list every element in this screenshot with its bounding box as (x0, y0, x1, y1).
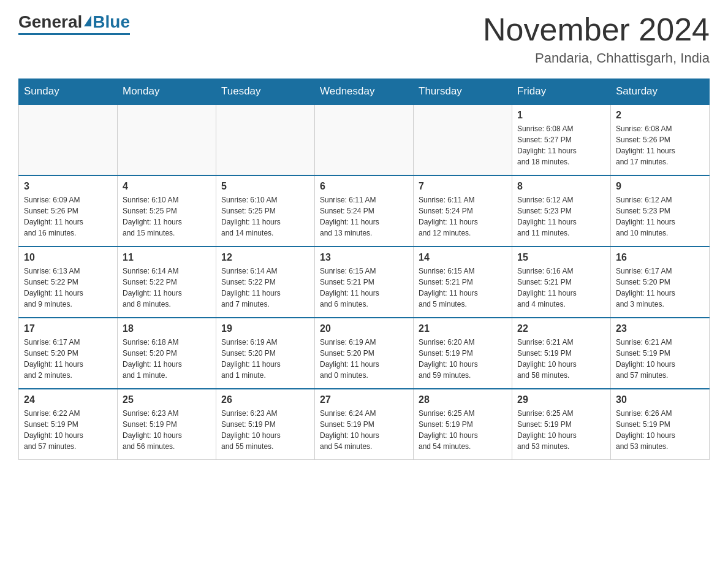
title-section: November 2024 Pandaria, Chhattisgarh, In… (483, 12, 710, 66)
calendar-cell: 17Sunrise: 6:17 AMSunset: 5:20 PMDayligh… (19, 318, 118, 389)
day-number: 2 (616, 110, 704, 121)
calendar-cell: 15Sunrise: 6:16 AMSunset: 5:21 PMDayligh… (512, 247, 611, 318)
calendar-cell (315, 104, 414, 175)
day-info: Sunrise: 6:08 AMSunset: 5:27 PMDaylight:… (517, 123, 605, 167)
day-number: 30 (616, 394, 704, 405)
week-row-2: 3Sunrise: 6:09 AMSunset: 5:26 PMDaylight… (19, 175, 710, 247)
day-info: Sunrise: 6:12 AMSunset: 5:23 PMDaylight:… (616, 194, 704, 239)
calendar-cell (414, 104, 512, 175)
weekday-header-saturday: Saturday (611, 79, 710, 105)
day-number: 7 (419, 181, 507, 192)
week-row-1: 1Sunrise: 6:08 AMSunset: 5:27 PMDaylight… (19, 104, 710, 175)
calendar-cell: 22Sunrise: 6:21 AMSunset: 5:19 PMDayligh… (512, 318, 611, 389)
day-number: 29 (517, 394, 605, 405)
day-info: Sunrise: 6:21 AMSunset: 5:19 PMDaylight:… (517, 337, 605, 381)
day-number: 13 (320, 252, 408, 263)
day-info: Sunrise: 6:26 AMSunset: 5:19 PMDaylight:… (616, 408, 704, 452)
day-info: Sunrise: 6:17 AMSunset: 5:20 PMDaylight:… (24, 337, 112, 381)
weekday-header-row: SundayMondayTuesdayWednesdayThursdayFrid… (19, 79, 710, 105)
day-info: Sunrise: 6:19 AMSunset: 5:20 PMDaylight:… (221, 337, 309, 381)
week-row-5: 24Sunrise: 6:22 AMSunset: 5:19 PMDayligh… (19, 389, 710, 460)
calendar-cell: 18Sunrise: 6:18 AMSunset: 5:20 PMDayligh… (118, 318, 216, 389)
calendar-table: SundayMondayTuesdayWednesdayThursdayFrid… (18, 79, 710, 460)
calendar-cell: 9Sunrise: 6:12 AMSunset: 5:23 PMDaylight… (611, 175, 710, 247)
day-info: Sunrise: 6:18 AMSunset: 5:20 PMDaylight:… (123, 337, 211, 381)
day-number: 4 (123, 181, 211, 192)
calendar-cell: 29Sunrise: 6:25 AMSunset: 5:19 PMDayligh… (512, 389, 611, 460)
day-info: Sunrise: 6:17 AMSunset: 5:20 PMDaylight:… (616, 266, 704, 310)
location-title: Pandaria, Chhattisgarh, India (483, 50, 710, 66)
day-info: Sunrise: 6:20 AMSunset: 5:19 PMDaylight:… (419, 337, 507, 381)
logo-blue-text: Blue (93, 12, 130, 32)
logo: General Blue (18, 12, 130, 35)
day-number: 23 (616, 323, 704, 334)
calendar-cell: 1Sunrise: 6:08 AMSunset: 5:27 PMDaylight… (512, 104, 611, 175)
calendar-cell: 6Sunrise: 6:11 AMSunset: 5:24 PMDaylight… (315, 175, 414, 247)
calendar-cell: 24Sunrise: 6:22 AMSunset: 5:19 PMDayligh… (19, 389, 118, 460)
day-info: Sunrise: 6:12 AMSunset: 5:23 PMDaylight:… (517, 194, 605, 239)
day-info: Sunrise: 6:24 AMSunset: 5:19 PMDaylight:… (320, 408, 408, 452)
day-number: 22 (517, 323, 605, 334)
weekday-header-tuesday: Tuesday (216, 79, 315, 105)
calendar-cell: 16Sunrise: 6:17 AMSunset: 5:20 PMDayligh… (611, 247, 710, 318)
day-info: Sunrise: 6:08 AMSunset: 5:26 PMDaylight:… (616, 123, 704, 167)
day-info: Sunrise: 6:25 AMSunset: 5:19 PMDaylight:… (419, 408, 507, 452)
day-number: 1 (517, 110, 605, 121)
calendar-cell: 21Sunrise: 6:20 AMSunset: 5:19 PMDayligh… (414, 318, 512, 389)
day-number: 25 (123, 394, 211, 405)
day-info: Sunrise: 6:15 AMSunset: 5:21 PMDaylight:… (320, 266, 408, 310)
logo-general-text: General (18, 12, 82, 32)
calendar-cell: 19Sunrise: 6:19 AMSunset: 5:20 PMDayligh… (216, 318, 315, 389)
day-number: 9 (616, 181, 704, 192)
day-number: 3 (24, 181, 112, 192)
weekday-header-thursday: Thursday (414, 79, 512, 105)
day-info: Sunrise: 6:09 AMSunset: 5:26 PMDaylight:… (24, 194, 112, 239)
calendar-cell: 10Sunrise: 6:13 AMSunset: 5:22 PMDayligh… (19, 247, 118, 318)
calendar-cell: 28Sunrise: 6:25 AMSunset: 5:19 PMDayligh… (414, 389, 512, 460)
weekday-header-friday: Friday (512, 79, 611, 105)
day-info: Sunrise: 6:23 AMSunset: 5:19 PMDaylight:… (221, 408, 309, 452)
month-title: November 2024 (483, 12, 710, 47)
day-info: Sunrise: 6:19 AMSunset: 5:20 PMDaylight:… (320, 337, 408, 381)
logo-underline (18, 33, 130, 35)
calendar-cell: 3Sunrise: 6:09 AMSunset: 5:26 PMDaylight… (19, 175, 118, 247)
day-number: 21 (419, 323, 507, 334)
day-number: 11 (123, 252, 211, 263)
calendar-cell: 5Sunrise: 6:10 AMSunset: 5:25 PMDaylight… (216, 175, 315, 247)
day-info: Sunrise: 6:16 AMSunset: 5:21 PMDaylight:… (517, 266, 605, 310)
logo-triangle-icon (84, 15, 91, 26)
day-info: Sunrise: 6:11 AMSunset: 5:24 PMDaylight:… (419, 194, 507, 239)
day-number: 10 (24, 252, 112, 263)
weekday-header-sunday: Sunday (19, 79, 118, 105)
day-info: Sunrise: 6:14 AMSunset: 5:22 PMDaylight:… (123, 266, 211, 310)
calendar-cell: 4Sunrise: 6:10 AMSunset: 5:25 PMDaylight… (118, 175, 216, 247)
calendar-cell: 8Sunrise: 6:12 AMSunset: 5:23 PMDaylight… (512, 175, 611, 247)
day-info: Sunrise: 6:15 AMSunset: 5:21 PMDaylight:… (419, 266, 507, 310)
day-info: Sunrise: 6:14 AMSunset: 5:22 PMDaylight:… (221, 266, 309, 310)
week-row-3: 10Sunrise: 6:13 AMSunset: 5:22 PMDayligh… (19, 247, 710, 318)
calendar-cell: 12Sunrise: 6:14 AMSunset: 5:22 PMDayligh… (216, 247, 315, 318)
calendar-cell: 11Sunrise: 6:14 AMSunset: 5:22 PMDayligh… (118, 247, 216, 318)
day-number: 12 (221, 252, 309, 263)
day-number: 24 (24, 394, 112, 405)
page-header: General Blue November 2024 Pandaria, Chh… (18, 12, 710, 66)
day-info: Sunrise: 6:22 AMSunset: 5:19 PMDaylight:… (24, 408, 112, 452)
day-number: 17 (24, 323, 112, 334)
calendar-cell (118, 104, 216, 175)
day-number: 16 (616, 252, 704, 263)
day-info: Sunrise: 6:10 AMSunset: 5:25 PMDaylight:… (221, 194, 309, 239)
day-number: 20 (320, 323, 408, 334)
calendar-cell: 7Sunrise: 6:11 AMSunset: 5:24 PMDaylight… (414, 175, 512, 247)
day-number: 19 (221, 323, 309, 334)
week-row-4: 17Sunrise: 6:17 AMSunset: 5:20 PMDayligh… (19, 318, 710, 389)
calendar-cell: 30Sunrise: 6:26 AMSunset: 5:19 PMDayligh… (611, 389, 710, 460)
day-info: Sunrise: 6:10 AMSunset: 5:25 PMDaylight:… (123, 194, 211, 239)
day-info: Sunrise: 6:11 AMSunset: 5:24 PMDaylight:… (320, 194, 408, 239)
day-info: Sunrise: 6:21 AMSunset: 5:19 PMDaylight:… (616, 337, 704, 381)
day-info: Sunrise: 6:23 AMSunset: 5:19 PMDaylight:… (123, 408, 211, 452)
day-info: Sunrise: 6:13 AMSunset: 5:22 PMDaylight:… (24, 266, 112, 310)
day-number: 26 (221, 394, 309, 405)
calendar-cell: 2Sunrise: 6:08 AMSunset: 5:26 PMDaylight… (611, 104, 710, 175)
weekday-header-monday: Monday (118, 79, 216, 105)
day-info: Sunrise: 6:25 AMSunset: 5:19 PMDaylight:… (517, 408, 605, 452)
